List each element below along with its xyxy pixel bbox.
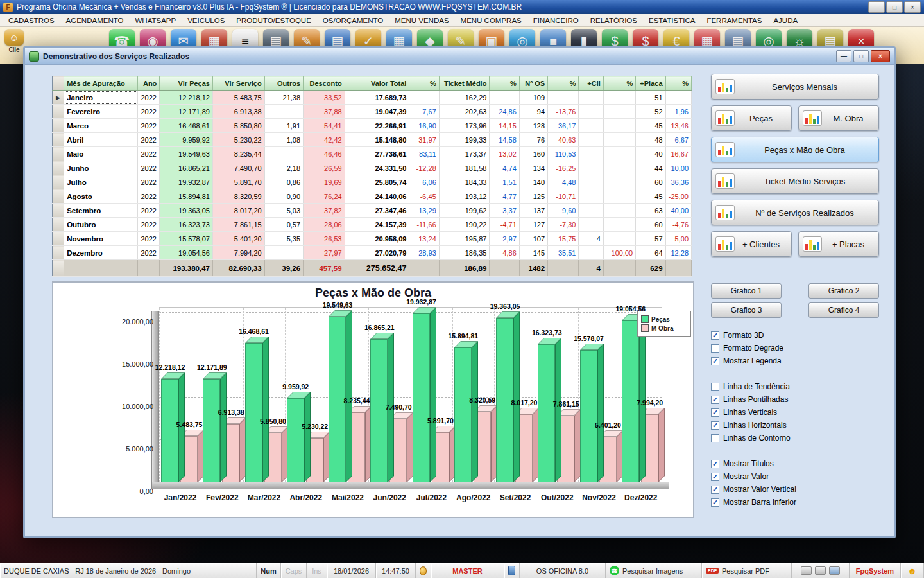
toolbar-clientes-icon[interactable]: ☺Clie <box>3 29 26 53</box>
checkbox-linha-de-tendencia[interactable]: Linha de Tendência <box>711 380 879 393</box>
column-header-pct[interactable]: % <box>603 76 635 91</box>
checkbox-linhas-pontilhadas[interactable]: ✓Linhas Pontilhadas <box>711 393 879 406</box>
table-row-janeiro[interactable]: ▶Janeiro202212.218,125.483,7521,3833,521… <box>53 91 692 105</box>
column-header-desconto[interactable]: Desconto <box>304 76 345 91</box>
button-pecas[interactable]: Peças <box>711 105 792 131</box>
search-pdf-button[interactable]: PDFPesquisar PDF <box>702 563 792 578</box>
table-row-abril[interactable]: Abril20229.959,925.230,221,0842,4215.148… <box>53 133 692 147</box>
menu-relatorios[interactable]: RELATÓRIOS <box>585 17 643 24</box>
menu-cadastros[interactable]: CADASTROS <box>3 17 60 24</box>
menu-produto-estoque[interactable]: PRODUTO/ESTOQUE <box>230 17 317 24</box>
checkbox-box[interactable] <box>711 383 719 391</box>
checkbox-mostrar-valor-vertical[interactable]: ✓Mostrar Valor Vertical <box>711 483 879 496</box>
checkbox-box[interactable]: ✓ <box>711 396 719 404</box>
column-header-vlr-servico[interactable]: Vlr Serviço <box>212 76 264 91</box>
minimize-button[interactable]: — <box>868 1 885 13</box>
column-header-outros[interactable]: Outros <box>264 76 303 91</box>
checkbox-box[interactable]: ✓ <box>711 331 719 340</box>
menu-ferramentas[interactable]: FERRAMENTAS <box>701 17 767 24</box>
button-grafico-4[interactable]: Grafico 4 <box>809 302 879 318</box>
row-selector[interactable] <box>53 232 64 246</box>
table-row-junho[interactable]: Junho202216.865,217.490,702,1826,5924.33… <box>53 161 692 175</box>
checkbox-box[interactable]: ✓ <box>711 421 719 430</box>
column-header-pct[interactable]: % <box>665 76 691 91</box>
maximize-button[interactable]: □ <box>886 1 903 13</box>
table-row-marco[interactable]: Marco202216.468,615.850,801,9154,4122.26… <box>53 119 692 133</box>
row-selector[interactable] <box>53 218 64 232</box>
column-header-ano[interactable]: Ano <box>138 76 160 91</box>
dialog-minimize-button[interactable]: — <box>836 50 851 62</box>
row-selector[interactable] <box>53 246 64 260</box>
close-button[interactable]: × <box>904 1 921 13</box>
column-header-cli[interactable]: +Cli <box>579 76 603 91</box>
button-grafico-3[interactable]: Grafico 3 <box>711 302 782 318</box>
row-selector[interactable] <box>53 161 64 175</box>
row-selector[interactable] <box>53 105 64 119</box>
checkbox-box[interactable]: ✓ <box>711 473 719 481</box>
menu-menu-compras[interactable]: MENU COMPRAS <box>455 17 527 24</box>
column-header-n-os[interactable]: Nº OS <box>519 76 547 91</box>
checkbox-box[interactable]: ✓ <box>711 357 719 365</box>
menu-menu-vendas[interactable]: MENU VENDAS <box>389 17 454 24</box>
column-header-mes-de-apuracao[interactable]: Mês de Apuração <box>64 76 138 91</box>
table-row-novembro[interactable]: Novembro202215.578,075.401,205,3526,5320… <box>53 232 692 246</box>
column-header-valor-total[interactable]: Valor Total <box>345 76 409 91</box>
checkbox-formato-degrade[interactable]: Formato Degrade <box>711 342 879 355</box>
checkbox-mostrar-titulos[interactable]: ✓Mostrar Titulos <box>711 457 879 470</box>
button-pecas-x-mao-de-obra[interactable]: Peças x Mão de Obra <box>711 137 879 162</box>
column-header-pct[interactable]: % <box>548 76 579 91</box>
menu-os-orcamento[interactable]: OS/ORÇAMENTO <box>317 17 389 24</box>
row-selector[interactable] <box>53 175 64 189</box>
button-grafico-1[interactable]: Grafico 1 <box>711 283 782 299</box>
dialog-close-button[interactable]: × <box>871 50 890 62</box>
column-header-vlr-pecas[interactable]: Vlr Peças <box>160 76 213 91</box>
column-header-placa[interactable]: +Placa <box>636 76 665 91</box>
checkbox-box[interactable]: ✓ <box>711 486 719 494</box>
column-header-pct[interactable]: % <box>409 76 439 91</box>
checkbox-box[interactable] <box>711 344 719 353</box>
row-selector[interactable] <box>53 133 64 147</box>
search-images-button[interactable]: ☎Pesquisar Imagens <box>606 563 702 578</box>
checkbox-box[interactable] <box>711 434 719 442</box>
column-header-pct[interactable]: % <box>490 76 519 91</box>
checkbox-mostrar-legenda[interactable]: ✓Mostrar Legenda <box>711 355 879 367</box>
checkbox-mostrar-valor[interactable]: ✓Mostrar Valor <box>711 470 879 483</box>
menu-agendamento[interactable]: AGENDAMENTO <box>60 17 130 24</box>
button-ticket-medio-servicos[interactable]: Ticket Médio Serviços <box>711 168 879 194</box>
menu-financeiro[interactable]: FINANCEIRO <box>527 17 585 24</box>
button-clientes[interactable]: + Clientes <box>711 231 792 257</box>
menu-whatsapp[interactable]: WHATSAPP <box>129 17 182 24</box>
checkbox-linhas-verticais[interactable]: ✓Linhas Verticais <box>711 406 879 419</box>
dialog-maximize-button[interactable]: □ <box>853 50 869 62</box>
menu-veiculos[interactable]: VEICULOS <box>182 17 230 24</box>
table-row-dezembro[interactable]: Dezembro202219.054,567.994,2027,9727.020… <box>53 246 692 260</box>
table-row-outubro[interactable]: Outubro202216.323,737.861,150,5728,0624.… <box>53 218 692 232</box>
checkbox-box[interactable]: ✓ <box>711 408 719 417</box>
checkbox-formato-3d[interactable]: ✓Formato 3D <box>711 329 879 342</box>
checkbox-box[interactable]: ✓ <box>711 460 719 468</box>
row-selector[interactable]: ▶ <box>53 91 64 105</box>
row-selector[interactable] <box>53 189 64 204</box>
row-selector[interactable] <box>53 147 64 161</box>
menu-ajuda[interactable]: AJUDA <box>767 17 803 24</box>
checkbox-linhas-horizontais[interactable]: ✓Linhas Horizontais <box>711 419 879 432</box>
cell: 16.468,61 <box>160 119 213 133</box>
table-row-maio[interactable]: Maio202219.549,638.235,4446,4627.738,618… <box>53 147 692 161</box>
table-row-fevereiro[interactable]: Fevereiro202212.171,896.913,3837,8819.04… <box>53 105 692 119</box>
column-header-ticket-medio[interactable]: Ticket Médio <box>439 76 490 91</box>
checkbox-box[interactable]: ✓ <box>711 498 719 507</box>
button-n-de-servicos-realizados[interactable]: Nº de Serviços Realizados <box>711 200 879 225</box>
dialog-titlebar[interactable]: Demonstrativo dos Serviços Realizados — … <box>25 48 894 65</box>
button-servicos-mensais[interactable]: Serviços Mensais <box>711 74 879 100</box>
button-m-obra[interactable]: M. Obra <box>798 105 879 131</box>
table-row-setembro[interactable]: Setembro202219.363,058.017,205,0337,8227… <box>53 204 692 218</box>
row-selector[interactable] <box>53 119 64 133</box>
row-selector[interactable] <box>53 204 64 218</box>
checkbox-linhas-de-contorno[interactable]: Linhas de Contorno <box>711 432 879 444</box>
table-row-agosto[interactable]: Agosto202215.894,818.320,590,9076,2424.1… <box>53 189 692 204</box>
checkbox-mostrar-barra-inferior[interactable]: ✓Mostrar Barra Inferior <box>711 496 879 509</box>
table-row-julho[interactable]: Julho202219.932,875.891,700,8619,6925.80… <box>53 175 692 189</box>
button-grafico-2[interactable]: Grafico 2 <box>809 283 879 299</box>
menu-estatistica[interactable]: ESTATISTICA <box>643 17 701 24</box>
button-placas[interactable]: + Placas <box>798 231 879 257</box>
